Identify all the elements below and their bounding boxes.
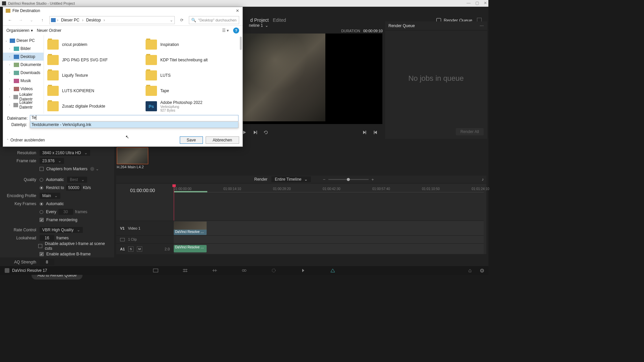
minimize-button[interactable]: — <box>467 1 471 5</box>
chapters-checkbox[interactable] <box>40 167 44 171</box>
quality-restrict-radio[interactable] <box>40 186 43 190</box>
keyframes-every-radio[interactable] <box>40 210 43 214</box>
audio-clip[interactable]: DaVinci Resolve Clips... <box>174 245 207 252</box>
frame-reorder-checkbox[interactable]: ✓ <box>40 218 44 222</box>
disable-iframe-checkbox[interactable] <box>38 244 42 248</box>
music-icon[interactable]: ♪ <box>482 177 484 182</box>
options-icon[interactable]: ⋯ <box>480 23 484 28</box>
file-item-shortcut[interactable]: PsAdobe Photoshop 2022Verknüpfung927 Byt… <box>145 99 240 114</box>
refresh-button[interactable]: ⟳ <box>178 16 185 24</box>
dialog-close-button[interactable]: ✕ <box>234 8 241 14</box>
color-page-tab[interactable] <box>271 267 277 274</box>
tree-item-disk-2[interactable]: ›Lokaler Datentr <box>3 101 44 109</box>
zoom-handle[interactable] <box>347 178 350 181</box>
deliver-page-tab[interactable] <box>330 267 336 274</box>
view-mode-button[interactable]: ☰ ▾ <box>222 27 229 34</box>
track-number[interactable]: A1 <box>120 247 125 251</box>
rate-control-select[interactable]: VBR High Quality⌄ <box>40 227 83 233</box>
tree-item-videos[interactable]: ›Videos <box>3 85 44 93</box>
keyframes-auto-radio[interactable] <box>40 202 43 206</box>
save-button[interactable]: Save <box>180 136 203 144</box>
address-bar[interactable]: › Dieser PC › Desktop › ⌄ <box>49 16 175 24</box>
tree-item-desktop[interactable]: ›Desktop <box>3 53 44 61</box>
go-start-button[interactable] <box>373 130 378 135</box>
zoom-slider[interactable]: − + <box>328 179 369 180</box>
back-button[interactable]: ← <box>6 16 14 24</box>
marker-color-icon[interactable] <box>90 167 94 171</box>
cancel-button[interactable]: Abbrechen <box>206 136 239 144</box>
preset-thumbnail[interactable]: H.264 Main L4.2 <box>117 147 148 169</box>
timeline-timecode[interactable]: 01:00:00:00 <box>130 188 155 193</box>
file-item-folder[interactable]: Inspiration <box>145 37 240 52</box>
fairlight-page-tab[interactable] <box>300 267 306 274</box>
file-item-folder[interactable]: cricut problem <box>47 37 142 52</box>
go-end-button[interactable] <box>362 130 367 135</box>
organize-button[interactable]: Organisieren▾ <box>6 28 33 33</box>
hide-folders-toggle[interactable]: ⌃Ordner ausblenden <box>6 138 45 142</box>
cut-page-tab[interactable] <box>182 267 188 274</box>
zoom-out-icon[interactable]: − <box>323 177 326 182</box>
tree-item-music[interactable]: ›Musik <box>3 77 44 85</box>
home-icon[interactable]: ⌂ <box>468 267 472 274</box>
breadcrumb-desktop[interactable]: Desktop <box>85 17 102 23</box>
aq-strength-input[interactable]: 8 <box>40 259 54 265</box>
loop-button[interactable] <box>264 130 268 135</box>
video-clip[interactable]: DaVinci Resolve Clips... <box>174 222 207 235</box>
keyframes-value-input[interactable]: 30 <box>58 209 73 215</box>
filetype-label: Dateityp: <box>7 122 27 127</box>
enable-bframe-checkbox[interactable]: ✓ <box>40 252 44 256</box>
tree-item-documents[interactable]: ›Dokumente <box>3 61 44 69</box>
file-item-folder[interactable]: JPG PNG EPS SVG DXF <box>47 53 142 67</box>
scrollbar[interactable] <box>240 37 242 50</box>
file-item-folder[interactable]: Tape <box>145 83 240 98</box>
timeline-selector[interactable]: neline 1 ⌄ <box>249 23 268 28</box>
new-folder-button[interactable]: Neuer Ordner <box>37 28 61 33</box>
address-dropdown[interactable]: ⌄ <box>170 18 173 22</box>
tree-item-this-pc[interactable]: ⌄Dieser PC <box>3 37 44 45</box>
tree-item-pictures[interactable]: ›Bilder <box>3 45 44 53</box>
folder-icon <box>47 40 59 50</box>
in-out-range[interactable] <box>174 191 207 192</box>
encoding-profile-select[interactable]: Main⌄ <box>40 193 60 199</box>
bitrate-input[interactable]: 50000 <box>66 185 81 191</box>
search-box[interactable]: 🔍 "Desktop" durchsuchen <box>189 16 239 24</box>
zoom-in-icon[interactable]: + <box>371 177 374 182</box>
resolution-select[interactable]: 3840 x 2160 Ultra HD⌄ <box>40 150 90 156</box>
settings-icon[interactable]: ⚙ <box>480 267 484 274</box>
quality-auto-radio[interactable] <box>40 178 43 182</box>
file-item-folder[interactable]: Zusatz digitale Produkte <box>47 99 142 114</box>
track-toggle-icon[interactable] <box>120 238 125 241</box>
framerate-select[interactable]: 23.976⌄ <box>40 158 64 164</box>
close-button[interactable]: ✕ <box>484 1 487 5</box>
next-clip-button[interactable] <box>253 130 258 135</box>
play-button[interactable] <box>242 130 247 135</box>
file-item-folder[interactable]: Liquify Texture <box>47 68 142 83</box>
edit-page-tab[interactable] <box>212 267 218 274</box>
folder-icon <box>47 86 59 96</box>
filename-autocomplete-item[interactable]: Textdokumente - Verknüpfung.lnk <box>30 121 238 128</box>
breadcrumb-pc[interactable]: Dieser PC <box>60 17 81 23</box>
render-all-button[interactable]: Render All <box>456 128 484 135</box>
file-item-folder[interactable]: KDP Titel beschreibung alt <box>145 53 240 67</box>
tree-item-disk-1[interactable]: ›Lokaler Datentr <box>3 93 44 101</box>
quality-preset-select[interactable]: Best⌄ <box>67 177 87 183</box>
solo-button[interactable]: S <box>128 246 133 252</box>
up-button[interactable]: ↑ <box>39 16 46 24</box>
file-item-folder[interactable]: LUTS KOPIEREN <box>47 83 142 98</box>
track-number[interactable]: V1 <box>120 226 124 230</box>
render-scope-bar: Render Entire Timeline⌄ − + ♪ <box>116 176 486 183</box>
filename-input[interactable]: Te <box>30 115 238 122</box>
render-scope-select[interactable]: Entire Timeline⌄ <box>271 176 311 182</box>
file-item-folder[interactable]: LUTS <box>145 68 240 83</box>
maximize-button[interactable]: ▢ <box>475 1 479 5</box>
fusion-page-tab[interactable] <box>241 267 247 274</box>
timeline-ruler[interactable]: 01:00:00:00 01:00:14:10 01:00:28:20 01:0… <box>174 186 484 192</box>
tree-item-downloads[interactable]: ›Downloads <box>3 69 44 77</box>
chevron-down-icon[interactable]: ⌄ <box>96 167 99 171</box>
mute-button[interactable]: M <box>137 246 142 252</box>
recent-dropdown[interactable]: ⌄ <box>28 16 35 24</box>
lookahead-input[interactable]: 16 <box>40 235 54 241</box>
forward-button[interactable]: → <box>17 16 24 24</box>
media-page-tab[interactable] <box>153 267 159 274</box>
help-icon[interactable]: ? <box>233 27 239 34</box>
